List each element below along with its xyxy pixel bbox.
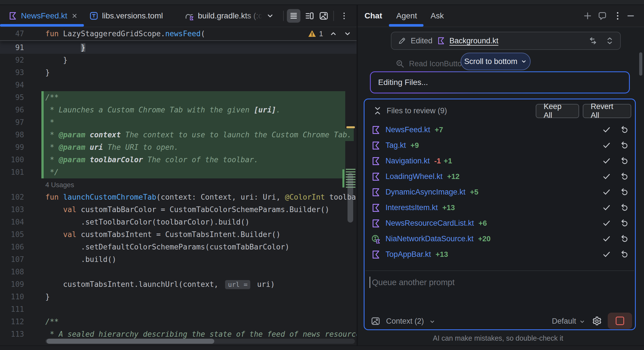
line-number[interactable]: 112	[0, 315, 24, 328]
keep-file-button[interactable]	[602, 141, 611, 150]
code-line[interactable]: 105 val customTabsIntent = CustomTabsInt…	[0, 228, 357, 241]
line-number[interactable]: 103	[0, 203, 24, 216]
code-text[interactable]: .setDefaultColorSchemeParams(customTabBa…	[45, 241, 289, 253]
file-link[interactable]: Navigation.kt	[385, 157, 430, 165]
code-line[interactable]: 101 */	[0, 166, 357, 178]
warning-stripe-mark[interactable]	[346, 126, 355, 128]
edited-file-card[interactable]: Edited Background.kt	[391, 32, 621, 50]
split-preview-button[interactable]	[303, 9, 316, 23]
code-line[interactable]: 103 val customTabBarColor = CustomTabCol…	[0, 203, 357, 216]
tab-build-gradle-kts[interactable]: build.gradle.kts (:c	[185, 5, 274, 27]
show-diff-icon[interactable]	[588, 36, 598, 45]
chevron-down-icon[interactable]	[429, 319, 435, 325]
file-link[interactable]: NiaNetworkDataSource.kt	[385, 234, 474, 243]
file-row[interactable]: LoadingWheel.kt+12	[365, 169, 635, 184]
code-line[interactable]: 108	[0, 266, 357, 278]
collapse-icon[interactable]	[373, 106, 382, 115]
line-number[interactable]: 110	[0, 291, 24, 303]
line-number[interactable]: 96	[0, 104, 24, 116]
list-view-button[interactable]	[287, 9, 300, 23]
code-line[interactable]: 99 * @param uri The URI to open.	[0, 141, 357, 153]
edited-file-link[interactable]: Background.kt	[450, 37, 499, 45]
line-number[interactable]: 109	[0, 278, 24, 291]
code-line[interactable]: 96 * Launches a Custom Chrome Tab with t…	[0, 104, 357, 116]
code-line[interactable]: 98 * @param context The context to use t…	[0, 129, 357, 141]
revert-file-button[interactable]	[620, 234, 629, 243]
keep-file-button[interactable]	[602, 187, 611, 197]
line-number[interactable]: 108	[0, 266, 24, 278]
file-row[interactable]: Tag.kt+9	[365, 138, 635, 153]
code-text[interactable]: }	[45, 41, 85, 54]
code-line[interactable]: 104 .setToolbarColor(toolbarColor).build…	[0, 216, 357, 228]
line-number[interactable]: 101	[0, 166, 24, 178]
code-text[interactable]: val customTabBarColor = CustomTabColorSc…	[45, 203, 329, 216]
model-selector[interactable]: Default	[552, 317, 576, 326]
new-chat-icon[interactable]	[583, 11, 592, 21]
code-text[interactable]: customTabsIntent.launchUrl(context, url …	[45, 278, 275, 291]
prompt-input[interactable]: Queue another prompt	[372, 278, 455, 287]
code-line[interactable]: 109 customTabsIntent.launchUrl(context, …	[0, 278, 357, 291]
code-text[interactable]: fun launchCustomChromeTab(context: Conte…	[45, 191, 357, 203]
code-text[interactable]: * @param toolbarColor The color of the t…	[45, 153, 258, 166]
code-text[interactable]: * @param uri The URI to open.	[45, 141, 179, 153]
file-row[interactable]: InterestsItem.kt+13	[365, 200, 635, 215]
keep-file-button[interactable]	[602, 219, 611, 228]
stop-button[interactable]	[608, 313, 632, 329]
file-row[interactable]: TopAppBar.kt+13	[365, 247, 635, 262]
editor-vertical-scrollbar[interactable]	[348, 173, 353, 223]
code-text[interactable]: }	[45, 291, 50, 303]
line-number[interactable]: 97	[0, 116, 24, 129]
file-link[interactable]: NewsResourceCardList.kt	[385, 219, 474, 228]
code-line[interactable]: 4 Usages	[0, 178, 357, 191]
code-line[interactable]: 93}	[0, 66, 357, 79]
code-text[interactable]: }	[45, 66, 50, 79]
expand-card-icon[interactable]	[605, 37, 614, 45]
code-text[interactable]: .setToolbarColor(toolbarColor).build()	[45, 216, 249, 228]
code-text[interactable]: * Launches a Custom Chrome Tab with the …	[45, 104, 281, 116]
code-text[interactable]: *	[45, 116, 54, 129]
tab-libs-versions-toml[interactable]: libs.versions.toml	[90, 5, 163, 27]
chevron-down-icon[interactable]	[579, 319, 585, 325]
code-line[interactable]: 112/**	[0, 315, 357, 328]
line-number[interactable]: 93	[0, 66, 24, 79]
revert-file-button[interactable]	[620, 203, 629, 212]
file-row[interactable]: NewsResourceCardList.kt+6	[365, 215, 635, 231]
tab-newsfeed-kt[interactable]: NewsFeed.kt	[0, 5, 84, 27]
scroll-to-bottom-button[interactable]: Scroll to bottom	[461, 53, 531, 70]
line-number[interactable]: 102	[0, 191, 24, 203]
editor-horizontal-scrollbar-thumb[interactable]	[46, 339, 214, 344]
revert-file-button[interactable]	[620, 250, 629, 259]
file-row[interactable]: DynamicAsyncImage.kt+5	[365, 184, 635, 200]
file-link[interactable]: TopAppBar.kt	[385, 250, 431, 259]
code-text[interactable]: */	[45, 166, 59, 178]
keep-file-button[interactable]	[602, 203, 611, 212]
code-line[interactable]: 91 }	[0, 41, 357, 54]
code-text[interactable]: /**	[45, 315, 59, 328]
file-link[interactable]: InterestsItem.kt	[385, 203, 438, 212]
revert-all-button[interactable]: Revert All	[583, 104, 631, 118]
line-number[interactable]: 111	[0, 303, 24, 315]
hide-panel-icon[interactable]	[626, 11, 635, 21]
line-number[interactable]: 113	[0, 328, 24, 340]
line-number[interactable]: 99	[0, 141, 24, 153]
code-line[interactable]: 92 }	[0, 54, 357, 66]
gear-icon[interactable]	[592, 316, 602, 326]
line-number[interactable]: 105	[0, 228, 24, 241]
line-number[interactable]: 98	[0, 129, 24, 141]
line-number[interactable]: 104	[0, 216, 24, 228]
keep-file-button[interactable]	[602, 125, 611, 134]
next-problem-icon[interactable]	[344, 30, 351, 38]
line-number[interactable]: 100	[0, 153, 24, 166]
keep-file-button[interactable]	[602, 234, 611, 243]
code-text[interactable]: /**	[45, 91, 59, 104]
code-line[interactable]: 111	[0, 303, 357, 315]
keep-file-button[interactable]	[602, 172, 611, 181]
revert-file-button[interactable]	[620, 125, 629, 134]
sticky-header-line[interactable]: 47 fun LazyStaggeredGridScope.newsFeed( …	[0, 27, 357, 41]
context-selector[interactable]: Context (2)	[386, 317, 424, 326]
line-number[interactable]: 92	[0, 54, 24, 66]
keep-file-button[interactable]	[602, 156, 611, 165]
code-line[interactable]: 94	[0, 79, 357, 91]
line-number[interactable]: 107	[0, 253, 24, 266]
code-text[interactable]: * @param context The context to use to l…	[45, 129, 354, 141]
